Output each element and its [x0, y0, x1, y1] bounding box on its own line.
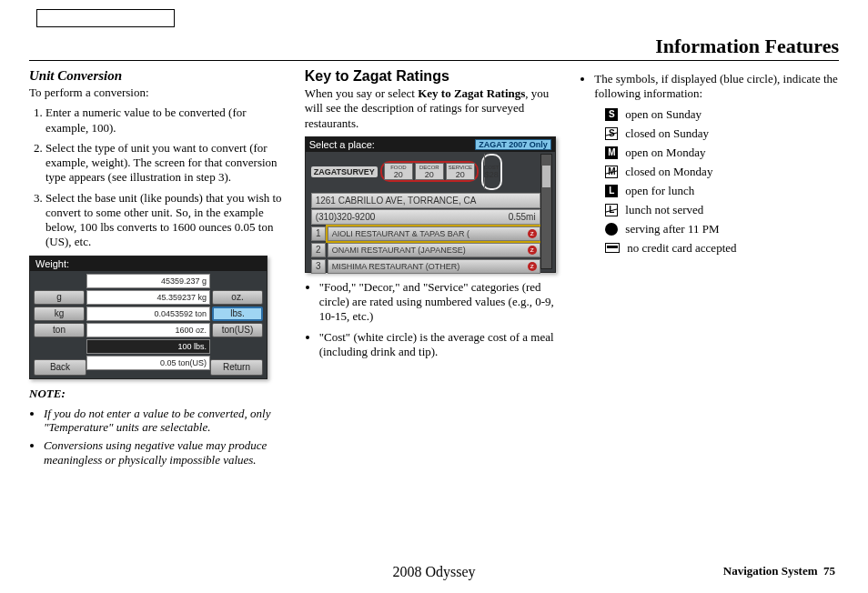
- symbol-circle-icon: [605, 223, 618, 236]
- symbol-legend: S open on Sunday S closed on Sunday M op…: [580, 107, 839, 256]
- symbols-intro-list: The symbols, if displayed (blue circle),…: [580, 72, 839, 102]
- distance: 0.55mi: [509, 212, 536, 222]
- note-1: If you do not enter a value to be conver…: [44, 407, 288, 435]
- back-button[interactable]: Back: [34, 359, 86, 376]
- symbol-s-outline-icon: S: [605, 127, 618, 140]
- section-name: Navigation System: [723, 564, 818, 578]
- note-2: Conversions using negative value may pro…: [44, 438, 288, 467]
- value-ton: 0.0453592 ton: [86, 307, 210, 321]
- value-g: 45359.237 g: [86, 274, 210, 288]
- legend-text: open on Sunday: [625, 107, 701, 122]
- legend-open-monday: M open on Monday: [605, 146, 839, 160]
- blank-box: [36, 9, 175, 27]
- unit-button-oz[interactable]: oz.: [212, 290, 263, 305]
- legend-no-credit-card: no credit card accepted: [605, 241, 839, 256]
- legend-closed-sunday: S closed on Sunday: [605, 126, 839, 141]
- symbol-m-solid-icon: M: [605, 146, 618, 159]
- step-3: Select the base unit (like pounds) that …: [45, 191, 288, 250]
- value-lbs-selected: 100 lbs.: [86, 339, 210, 354]
- page-reference: Navigation System 75: [723, 564, 835, 578]
- page-number: 75: [823, 564, 835, 578]
- row-num-1: 1: [311, 226, 326, 241]
- column-3: The symbols, if displayed (blue circle),…: [580, 68, 839, 470]
- screen2-title: Select a place:: [309, 139, 375, 150]
- legend-open-sunday: S open on Sunday: [605, 107, 839, 122]
- legend-after-11pm: serving after 11 PM: [605, 222, 839, 236]
- model-year: 2008 Odyssey: [392, 564, 475, 580]
- symbol-card-icon: [605, 243, 620, 253]
- legend-closed-monday: M closed on Monday: [605, 165, 839, 179]
- manual-page: Information Features Unit Conversion To …: [0, 0, 868, 593]
- step-2: Select the type of unit you want to conv…: [45, 141, 288, 186]
- zagat-screenshot: Select a place: ZAGAT 2007 Only ZAGATSUR…: [305, 136, 556, 273]
- note-label: NOTE:: [29, 387, 288, 401]
- conversion-steps: Enter a numeric value to be converted (f…: [29, 106, 288, 249]
- red-circle: FOOD20 DECOR20 SERVICE20: [380, 161, 479, 182]
- value-kg: 45.359237 kg: [86, 290, 210, 305]
- page-title: Information Features: [29, 31, 839, 61]
- zagat-only-badge[interactable]: ZAGAT 2007 Only: [475, 139, 550, 150]
- symbol-s-solid-icon: S: [605, 108, 618, 121]
- symbols-intro: The symbols, if displayed (blue circle),…: [594, 72, 839, 102]
- bullet-cost: "Cost" (white circle) is the average cos…: [319, 330, 564, 360]
- unit-conversion-intro: To perform a conversion:: [29, 85, 288, 100]
- column-1: Unit Conversion To perform a conversion:…: [29, 68, 288, 470]
- list-item-1[interactable]: AIOLI RESTAURANT & TAPAS BAR (z: [328, 226, 540, 241]
- symbol-m-outline-icon: M: [605, 166, 618, 178]
- list-item-2[interactable]: ONAMI RESTAURANT (JAPANESE)z: [328, 243, 540, 257]
- zagat-icon: z: [528, 229, 537, 238]
- unit-button-kg[interactable]: kg: [34, 307, 85, 321]
- zagat-intro-bold: Key to Zagat Ratings: [418, 86, 525, 100]
- scrollbar[interactable]: [540, 154, 552, 269]
- symbol-l-solid-icon: L: [605, 185, 618, 197]
- note-list: If you do not enter a value to be conver…: [29, 407, 288, 467]
- rate-service: SERVICE20: [446, 163, 475, 180]
- column-2: Key to Zagat Ratings When you say or sel…: [305, 68, 564, 470]
- unit-button-ton[interactable]: ton: [34, 323, 85, 337]
- zagat-intro: When you say or select Key to Zagat Rati…: [305, 86, 564, 131]
- unit-button-g[interactable]: g: [34, 290, 85, 305]
- phone: (310)320-9200: [316, 212, 376, 222]
- address-line-1: 1261 CABRILLO AVE, TORRANCE, CA: [311, 193, 540, 208]
- step-1: Enter a numeric value to be converted (f…: [45, 106, 288, 136]
- legend-text: closed on Monday: [625, 165, 712, 179]
- value-oz: 1600 oz.: [86, 323, 210, 337]
- legend-text: lunch not served: [625, 203, 703, 217]
- zagat-bullets: "Food," "Decor," and "Service" categorie…: [305, 280, 564, 359]
- legend-text: closed on Sunday: [625, 126, 709, 141]
- legend-lunch-not-served: L lunch not served: [605, 203, 839, 217]
- rate-food: FOOD20: [384, 163, 413, 180]
- screen1-title: Weight:: [30, 256, 267, 271]
- row-num-3: 3: [311, 259, 326, 274]
- zagat-icon: z: [528, 246, 537, 255]
- rate-decor: DECOR20: [415, 163, 444, 180]
- bullet-food-decor-service: "Food," "Decor," and "Service" categorie…: [319, 280, 564, 325]
- zagat-intro-a: When you say or select: [305, 86, 419, 100]
- legend-text: open on Monday: [625, 146, 705, 160]
- address-line-2: (310)320-9200 0.55mi: [311, 209, 540, 225]
- legend-text: no credit card accepted: [627, 241, 736, 256]
- content-columns: Unit Conversion To perform a conversion:…: [29, 68, 839, 470]
- symbol-l-outline-icon: L: [605, 204, 618, 216]
- return-button[interactable]: Return: [210, 359, 263, 376]
- rate-cost: COST$28: [484, 154, 500, 189]
- zagat-survey-label: ZAGATSURVEY: [311, 166, 378, 177]
- list-item-3[interactable]: MISHIMA RESTAURANT (OTHER)z: [328, 259, 540, 274]
- legend-open-lunch: L open for lunch: [605, 184, 839, 198]
- unit-button-ton-us[interactable]: ton(US): [212, 323, 263, 337]
- white-circle: COST$28: [481, 154, 502, 190]
- restaurant-list: 1 AIOLI RESTAURANT & TAPAS BAR (z 2 ONAM…: [311, 226, 540, 274]
- zagat-heading: Key to Zagat Ratings: [305, 68, 564, 85]
- unit-conversion-heading: Unit Conversion: [29, 68, 288, 84]
- legend-text: serving after 11 PM: [625, 222, 719, 236]
- legend-text: open for lunch: [625, 184, 694, 198]
- weight-conversion-screenshot: Weight: 45359.237 g g 45.359237 kg oz. k…: [29, 256, 267, 379]
- zagat-icon: z: [528, 262, 537, 271]
- row-num-2: 2: [311, 243, 326, 257]
- unit-button-lbs-selected[interactable]: lbs.: [212, 307, 263, 321]
